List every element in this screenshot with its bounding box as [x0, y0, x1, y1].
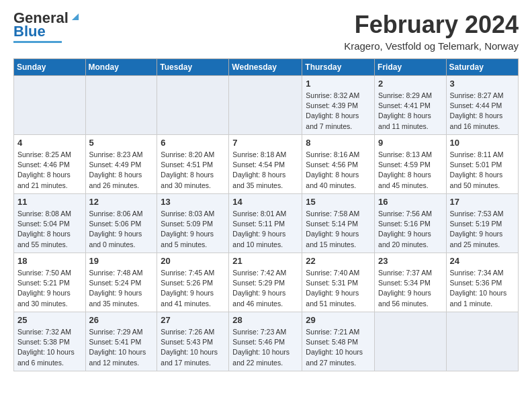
calendar-header-row: SundayMondayTuesdayWednesdayThursdayFrid… [14, 59, 519, 76]
day-number: 7 [232, 138, 298, 148]
day-info: Sunrise: 7:32 AM Sunset: 5:38 PM Dayligh… [17, 327, 82, 368]
day-number: 18 [17, 256, 82, 266]
day-info: Sunrise: 7:40 AM Sunset: 5:31 PM Dayligh… [306, 268, 371, 309]
day-number: 16 [378, 197, 443, 207]
calendar-cell: 16Sunrise: 7:56 AM Sunset: 5:16 PM Dayli… [375, 194, 447, 253]
calendar-cell: 5Sunrise: 8:23 AM Sunset: 4:49 PM Daylig… [85, 135, 157, 194]
day-header-sunday: Sunday [14, 59, 86, 76]
calendar-week-row: 25Sunrise: 7:32 AM Sunset: 5:38 PM Dayli… [14, 312, 519, 371]
day-info: Sunrise: 8:29 AM Sunset: 4:41 PM Dayligh… [378, 91, 443, 132]
calendar-cell: 8Sunrise: 8:16 AM Sunset: 4:56 PM Daylig… [302, 135, 375, 194]
calendar-cell: 7Sunrise: 8:18 AM Sunset: 4:54 PM Daylig… [229, 135, 302, 194]
title-block: February 2024 Kragero, Vestfold og Telem… [344, 11, 519, 52]
calendar-cell [157, 76, 229, 135]
day-info: Sunrise: 7:34 AM Sunset: 5:36 PM Dayligh… [450, 268, 515, 309]
day-number: 27 [161, 315, 225, 325]
page-header: General Blue February 2024 Kragero, Vest… [13, 11, 519, 52]
day-info: Sunrise: 8:18 AM Sunset: 4:54 PM Dayligh… [232, 150, 298, 191]
day-number: 23 [378, 256, 443, 266]
day-number: 25 [17, 315, 82, 325]
calendar-cell [14, 76, 86, 135]
month-title: February 2024 [344, 11, 519, 39]
calendar-cell: 19Sunrise: 7:48 AM Sunset: 5:24 PM Dayli… [85, 253, 157, 312]
day-header-saturday: Saturday [446, 59, 518, 76]
day-header-tuesday: Tuesday [157, 59, 229, 76]
day-number: 11 [17, 197, 82, 207]
calendar-cell: 12Sunrise: 8:06 AM Sunset: 5:06 PM Dayli… [85, 194, 157, 253]
calendar-cell: 9Sunrise: 8:13 AM Sunset: 4:59 PM Daylig… [375, 135, 447, 194]
day-info: Sunrise: 7:37 AM Sunset: 5:34 PM Dayligh… [378, 268, 443, 309]
day-info: Sunrise: 7:23 AM Sunset: 5:46 PM Dayligh… [232, 327, 298, 368]
calendar-cell: 1Sunrise: 8:32 AM Sunset: 4:39 PM Daylig… [302, 76, 375, 135]
calendar-cell: 22Sunrise: 7:40 AM Sunset: 5:31 PM Dayli… [302, 253, 375, 312]
day-info: Sunrise: 8:27 AM Sunset: 4:44 PM Dayligh… [450, 91, 515, 132]
day-number: 9 [378, 138, 443, 148]
day-number: 15 [306, 197, 371, 207]
day-number: 13 [161, 197, 225, 207]
calendar-cell: 20Sunrise: 7:45 AM Sunset: 5:26 PM Dayli… [157, 253, 229, 312]
logo-underline [13, 41, 62, 43]
calendar-cell [85, 76, 157, 135]
calendar-cell: 23Sunrise: 7:37 AM Sunset: 5:34 PM Dayli… [375, 253, 447, 312]
day-info: Sunrise: 7:45 AM Sunset: 5:26 PM Dayligh… [161, 268, 225, 309]
calendar-cell [229, 76, 302, 135]
day-info: Sunrise: 7:56 AM Sunset: 5:16 PM Dayligh… [378, 209, 443, 250]
calendar-week-row: 1Sunrise: 8:32 AM Sunset: 4:39 PM Daylig… [14, 76, 519, 135]
calendar-cell: 21Sunrise: 7:42 AM Sunset: 5:29 PM Dayli… [229, 253, 302, 312]
calendar-cell: 27Sunrise: 7:26 AM Sunset: 5:43 PM Dayli… [157, 312, 229, 371]
calendar-cell: 10Sunrise: 8:11 AM Sunset: 5:01 PM Dayli… [446, 135, 518, 194]
calendar-cell [375, 312, 447, 371]
location-subtitle: Kragero, Vestfold og Telemark, Norway [344, 40, 519, 52]
svg-marker-0 [72, 13, 79, 20]
day-number: 8 [306, 138, 371, 148]
day-info: Sunrise: 7:50 AM Sunset: 5:21 PM Dayligh… [17, 268, 82, 309]
day-number: 24 [450, 256, 515, 266]
day-info: Sunrise: 8:23 AM Sunset: 4:49 PM Dayligh… [89, 150, 154, 191]
calendar-week-row: 4Sunrise: 8:25 AM Sunset: 4:46 PM Daylig… [14, 135, 519, 194]
logo: General Blue [13, 11, 81, 43]
calendar-cell: 6Sunrise: 8:20 AM Sunset: 4:51 PM Daylig… [157, 135, 229, 194]
day-number: 20 [161, 256, 225, 266]
day-header-friday: Friday [375, 59, 447, 76]
day-info: Sunrise: 8:11 AM Sunset: 5:01 PM Dayligh… [450, 150, 515, 191]
day-info: Sunrise: 8:13 AM Sunset: 4:59 PM Dayligh… [378, 150, 443, 191]
calendar-cell: 15Sunrise: 7:58 AM Sunset: 5:14 PM Dayli… [302, 194, 375, 253]
calendar-cell: 2Sunrise: 8:29 AM Sunset: 4:41 PM Daylig… [375, 76, 447, 135]
calendar-cell: 29Sunrise: 7:21 AM Sunset: 5:48 PM Dayli… [302, 312, 375, 371]
day-info: Sunrise: 7:29 AM Sunset: 5:41 PM Dayligh… [89, 327, 154, 368]
day-info: Sunrise: 8:25 AM Sunset: 4:46 PM Dayligh… [17, 150, 82, 191]
calendar-cell: 28Sunrise: 7:23 AM Sunset: 5:46 PM Dayli… [229, 312, 302, 371]
day-number: 14 [232, 197, 298, 207]
day-number: 10 [450, 138, 515, 148]
day-info: Sunrise: 7:21 AM Sunset: 5:48 PM Dayligh… [306, 327, 371, 368]
calendar-week-row: 18Sunrise: 7:50 AM Sunset: 5:21 PM Dayli… [14, 253, 519, 312]
calendar-cell: 14Sunrise: 8:01 AM Sunset: 5:11 PM Dayli… [229, 194, 302, 253]
day-number: 28 [232, 315, 298, 325]
calendar-cell: 26Sunrise: 7:29 AM Sunset: 5:41 PM Dayli… [85, 312, 157, 371]
calendar-cell [446, 312, 518, 371]
day-number: 12 [89, 197, 154, 207]
day-info: Sunrise: 8:06 AM Sunset: 5:06 PM Dayligh… [89, 209, 154, 250]
day-info: Sunrise: 8:16 AM Sunset: 4:56 PM Dayligh… [306, 150, 371, 191]
day-header-wednesday: Wednesday [229, 59, 302, 76]
day-info: Sunrise: 8:01 AM Sunset: 5:11 PM Dayligh… [232, 209, 298, 250]
day-info: Sunrise: 8:03 AM Sunset: 5:09 PM Dayligh… [161, 209, 225, 250]
calendar-week-row: 11Sunrise: 8:08 AM Sunset: 5:04 PM Dayli… [14, 194, 519, 253]
day-number: 22 [306, 256, 371, 266]
calendar-cell: 3Sunrise: 8:27 AM Sunset: 4:44 PM Daylig… [446, 76, 518, 135]
day-number: 17 [450, 197, 515, 207]
day-number: 29 [306, 315, 371, 325]
day-number: 5 [89, 138, 154, 148]
day-number: 26 [89, 315, 154, 325]
logo-blue: Blue [13, 24, 81, 39]
calendar-cell: 25Sunrise: 7:32 AM Sunset: 5:38 PM Dayli… [14, 312, 86, 371]
day-number: 4 [17, 138, 82, 148]
day-info: Sunrise: 8:20 AM Sunset: 4:51 PM Dayligh… [161, 150, 225, 191]
day-info: Sunrise: 7:53 AM Sunset: 5:19 PM Dayligh… [450, 209, 515, 250]
day-header-thursday: Thursday [302, 59, 375, 76]
day-number: 21 [232, 256, 298, 266]
calendar-cell: 11Sunrise: 8:08 AM Sunset: 5:04 PM Dayli… [14, 194, 86, 253]
calendar-cell: 17Sunrise: 7:53 AM Sunset: 5:19 PM Dayli… [446, 194, 518, 253]
logo-icon [70, 9, 81, 24]
day-info: Sunrise: 7:48 AM Sunset: 5:24 PM Dayligh… [89, 268, 154, 309]
